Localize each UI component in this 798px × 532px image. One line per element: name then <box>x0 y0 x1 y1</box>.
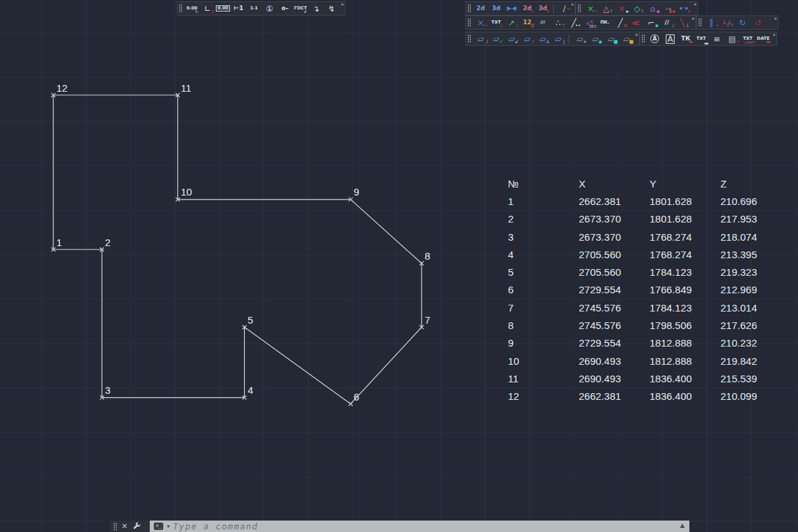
vertex-label: 9 <box>353 186 359 198</box>
node-leader-icon[interactable]: o– <box>278 3 292 14</box>
length-line-icon[interactable]: ╲L <box>675 17 689 28</box>
close-toolbar-icon[interactable]: × <box>693 1 697 8</box>
close-toolbar-icon[interactable]: × <box>634 32 639 38</box>
clipboard-icon[interactable]: ▤•• <box>725 33 739 45</box>
command-prompt-icon[interactable]: >_ <box>154 523 163 530</box>
profile-corner-icon[interactable]: ⌐▪ <box>644 17 658 28</box>
scroll-up-icon[interactable]: ▲ <box>680 523 685 529</box>
section-mark-icon[interactable]: 1-1 <box>247 3 261 14</box>
slope-count-icon[interactable]: 12∕∕ <box>520 17 534 28</box>
table-cell: 12 <box>508 390 579 402</box>
layer-edit-icon[interactable]: ▱∕ <box>474 33 488 45</box>
grip-handle[interactable] <box>577 4 581 13</box>
vertex-label: 3 <box>105 384 111 396</box>
link-views-icon[interactable]: ▶◀ <box>505 3 519 14</box>
view-3d-icon[interactable]: 3d <box>489 3 503 14</box>
layer-person-icon[interactable]: ▱♙ <box>536 33 550 45</box>
close-toolbar-icon[interactable]: × <box>570 1 575 8</box>
rotate-cw-icon[interactable]: ↻ <box>735 17 749 28</box>
table-row: 12662.3811801.628210.696 <box>508 192 791 210</box>
copy-text-icon[interactable]: TXTCOPY <box>741 33 755 45</box>
table-row: 52705.5601784.123219.323 <box>508 263 791 280</box>
rotate-ccw-icon[interactable]: ↺ <box>751 17 765 28</box>
wrench-icon[interactable] <box>132 522 141 531</box>
hatch-edit-icon[interactable]: ∕∕∕ <box>660 17 674 28</box>
grip-handle[interactable] <box>467 18 471 27</box>
convert-3d-to-2d-icon[interactable]: 2d× <box>520 3 534 14</box>
layer-arrow-out-icon[interactable]: ▱↗ <box>520 33 534 45</box>
delete-point-icon[interactable]: ×▸ <box>615 3 629 14</box>
points-cross-icon[interactable]: ×•• <box>583 3 598 14</box>
updown-arrows-icon[interactable]: ↓↓↑↑ <box>720 17 734 28</box>
table-cell: 217.953 <box>720 213 791 225</box>
close-toolbar-icon[interactable]: × <box>773 16 778 22</box>
drawing-canvas[interactable]: 123456789101112 №XYZ12662.3811801.628210… <box>0 0 798 532</box>
convert-2d-to-3d-icon[interactable]: 3d× <box>536 3 550 14</box>
column-header: № <box>508 178 579 189</box>
sketch-pencil-icon[interactable]: ∕⌒ <box>557 3 571 14</box>
close-toolbar-icon[interactable]: × <box>691 16 695 22</box>
parcel-polyline[interactable] <box>53 95 422 404</box>
points-chain-icon[interactable]: ∴∵ <box>551 17 565 28</box>
layer-check-icon[interactable]: ▱✓ <box>489 33 503 45</box>
grip-handle[interactable] <box>642 34 645 43</box>
points-segment-icon[interactable]: ▪─▪× <box>677 3 691 14</box>
vertex-markers <box>51 93 424 406</box>
contour-polygon-icon[interactable]: ⌂▪ <box>646 3 660 14</box>
frame-letter-icon[interactable]: A <box>663 33 677 45</box>
table-cell: 1798.506 <box>650 320 720 331</box>
date-icon[interactable]: DATE▬ <box>756 33 770 45</box>
layer-arrow-in-icon[interactable]: ▱↙ <box>505 33 519 45</box>
grip-handle[interactable] <box>698 18 702 27</box>
table-cell: 213.395 <box>720 249 791 260</box>
table-cell: 210.232 <box>720 337 791 349</box>
view-2d-icon[interactable]: 2d <box>474 3 488 14</box>
picket-label-icon[interactable]: ПК.‥ <box>598 17 612 28</box>
close-icon[interactable]: ✕ <box>121 523 127 530</box>
label-txt-icon[interactable]: ТХТ↓ <box>489 17 503 28</box>
benchmark-line-icon[interactable]: ╱⊕ <box>613 17 627 28</box>
profile-line-icon[interactable]: →▪▪ <box>661 3 675 14</box>
layer-pause-icon[interactable]: ▱‖ <box>551 33 565 45</box>
zigzag-leader-icon[interactable]: ↯ <box>324 3 339 14</box>
crossing-lines-icon[interactable]: ×•• <box>474 17 488 28</box>
layer-unlock-icon[interactable]: ▱■ <box>619 33 633 45</box>
table-cell: 2690.493 <box>579 355 650 367</box>
surface-triangle-icon[interactable]: △↑ <box>599 3 613 14</box>
layer-freeze-icon[interactable]: ▱∗ <box>573 33 587 45</box>
auto-letter-icon[interactable]: A <box>648 33 662 45</box>
elevation-link-icon[interactable]: ∟↓ <box>200 3 215 14</box>
grip-handle[interactable] <box>113 523 117 531</box>
table-cell: 4 <box>508 249 579 260</box>
flip-edge-icon[interactable]: ◇↑ <box>630 3 644 14</box>
direction-arrows-icon[interactable]: ↗↘ <box>505 17 519 28</box>
grip-handle[interactable] <box>179 4 182 13</box>
chevron-down-icon[interactable]: ▾ <box>167 523 169 529</box>
position-leader-icon[interactable]: ⊢1 <box>231 3 246 14</box>
table-cell: 1784.123 <box>650 266 720 278</box>
close-toolbar-icon[interactable]: × <box>772 32 776 38</box>
chevrons-icon[interactable]: ≪ <box>629 17 643 28</box>
node-number-icon[interactable]: ① <box>262 3 277 14</box>
grip-handle[interactable] <box>467 4 471 13</box>
parallel-lines-icon[interactable]: /// <box>536 17 550 28</box>
triangle-fan-icon[interactable]: ◁123 <box>582 17 596 28</box>
tk-label-icon[interactable]: ТК▬ <box>679 33 693 45</box>
close-toolbar-icon[interactable]: × <box>340 1 345 8</box>
vertex-label: 10 <box>181 186 192 198</box>
layer-light-icon[interactable]: ▱◉ <box>588 33 602 45</box>
segment-points-icon[interactable]: ╱•• <box>567 17 581 28</box>
txt-size-icon[interactable]: ТХТ▂ <box>694 33 708 45</box>
gost-leader-icon[interactable]: ГОСТ↙ <box>293 3 308 14</box>
level-frame-icon[interactable]: 0.00 <box>216 3 230 14</box>
table-cell: 217.626 <box>720 320 791 331</box>
vertex-label: 7 <box>425 314 430 326</box>
posts-shift-icon[interactable]: ‖→ <box>704 17 718 28</box>
grip-handle[interactable] <box>467 34 471 43</box>
layer-lock-icon[interactable]: ▱■ <box>604 33 618 45</box>
command-input[interactable]: >_ ▾ Type a command ▲ <box>150 521 689 532</box>
table-cell: 1768.274 <box>650 231 720 243</box>
elevation-mark-icon[interactable]: 0.00∟ <box>185 3 199 14</box>
text-align-icon[interactable]: ≡ <box>710 33 724 45</box>
broken-leader-icon[interactable]: ↴ <box>309 3 323 14</box>
